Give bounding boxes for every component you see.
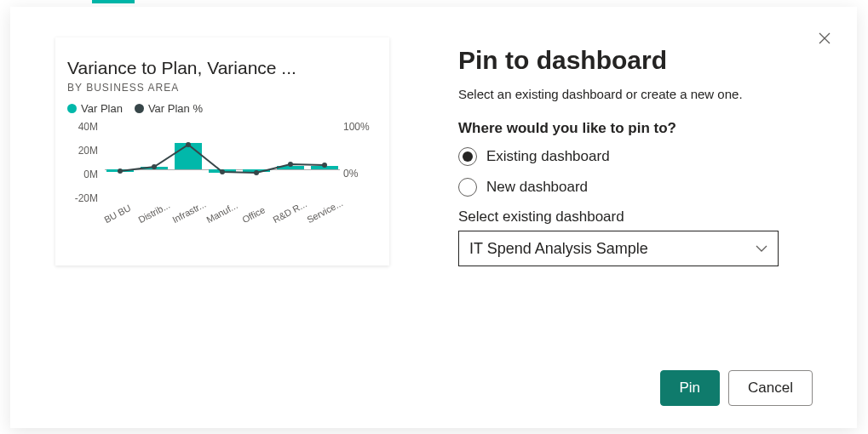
x-tick: Office bbox=[240, 204, 267, 225]
radio-label: Existing dashboard bbox=[486, 148, 610, 165]
line-series bbox=[105, 122, 340, 193]
svg-point-4 bbox=[254, 170, 259, 175]
close-icon bbox=[819, 32, 831, 44]
y-right-tick: 100% bbox=[343, 122, 377, 168]
radio-icon bbox=[458, 147, 477, 166]
x-tick: Manuf... bbox=[204, 200, 239, 225]
legend-item-varplan: Var Plan bbox=[67, 102, 123, 115]
svg-point-6 bbox=[322, 163, 327, 168]
radio-icon bbox=[458, 178, 477, 197]
legend-item-varplanpct: Var Plan % bbox=[135, 102, 203, 115]
y-axis-right: 100% 0% bbox=[343, 122, 377, 215]
x-tick: Service... bbox=[305, 197, 344, 225]
radio-new-dashboard[interactable]: New dashboard bbox=[458, 178, 814, 197]
chart-tile: Variance to Plan, Variance ... BY BUSINE… bbox=[55, 37, 389, 266]
legend-label-2: Var Plan % bbox=[148, 102, 203, 115]
select-dashboard-label: Select existing dashboard bbox=[458, 208, 814, 226]
chart-plot-area: 40M 20M 0M -20M 100% 0% bbox=[67, 122, 377, 249]
legend-dot-dark bbox=[135, 104, 144, 113]
chart-preview-pane: Variance to Plan, Variance ... BY BUSINE… bbox=[10, 7, 434, 428]
y-left-tick: 40M bbox=[67, 122, 98, 146]
y-axis-left: 40M 20M 0M -20M bbox=[67, 122, 101, 193]
select-value: IT Spend Analysis Sample bbox=[469, 240, 648, 258]
y-left-tick: -20M bbox=[67, 193, 98, 217]
close-button[interactable] bbox=[816, 31, 833, 48]
legend-label-1: Var Plan bbox=[81, 102, 123, 115]
pin-dialog: Variance to Plan, Variance ... BY BUSINE… bbox=[10, 7, 857, 428]
y-right-tick: 0% bbox=[343, 168, 377, 215]
y-left-tick: 20M bbox=[67, 146, 98, 169]
chevron-down-icon bbox=[756, 243, 767, 254]
svg-point-2 bbox=[186, 142, 191, 147]
pin-where-question: Where would you like to pin to? bbox=[458, 120, 814, 137]
chart-legend: Var Plan Var Plan % bbox=[67, 102, 377, 115]
select-dashboard-dropdown[interactable]: IT Spend Analysis Sample bbox=[458, 231, 779, 266]
dialog-title: Pin to dashboard bbox=[458, 46, 814, 75]
chart-subtitle: BY BUSINESS AREA bbox=[67, 82, 377, 94]
dialog-buttons: Pin Cancel bbox=[660, 370, 813, 406]
radio-existing-dashboard[interactable]: Existing dashboard bbox=[458, 147, 814, 166]
y-left-tick: 0M bbox=[67, 169, 98, 193]
legend-dot-teal bbox=[67, 104, 77, 113]
svg-point-0 bbox=[118, 168, 123, 174]
svg-point-1 bbox=[152, 164, 157, 169]
x-tick: Distrib... bbox=[136, 200, 171, 226]
x-axis: BU BU Distrib... Infrastr... Manuf... Of… bbox=[105, 197, 340, 248]
x-tick: R&D R... bbox=[271, 198, 308, 225]
dialog-subtitle: Select an existing dashboard or create a… bbox=[458, 87, 814, 101]
chart-title: Variance to Plan, Variance ... bbox=[67, 58, 377, 78]
tab-indicator bbox=[92, 0, 135, 3]
pin-button[interactable]: Pin bbox=[660, 370, 721, 406]
svg-point-3 bbox=[220, 169, 225, 174]
x-tick: Infrastr... bbox=[170, 199, 207, 226]
svg-point-5 bbox=[288, 162, 293, 167]
chart-plot bbox=[105, 122, 340, 193]
x-tick: BU BU bbox=[102, 203, 132, 225]
radio-label: New dashboard bbox=[486, 179, 588, 196]
form-pane: Pin to dashboard Select an existing dash… bbox=[434, 7, 857, 428]
cancel-button[interactable]: Cancel bbox=[728, 370, 813, 406]
